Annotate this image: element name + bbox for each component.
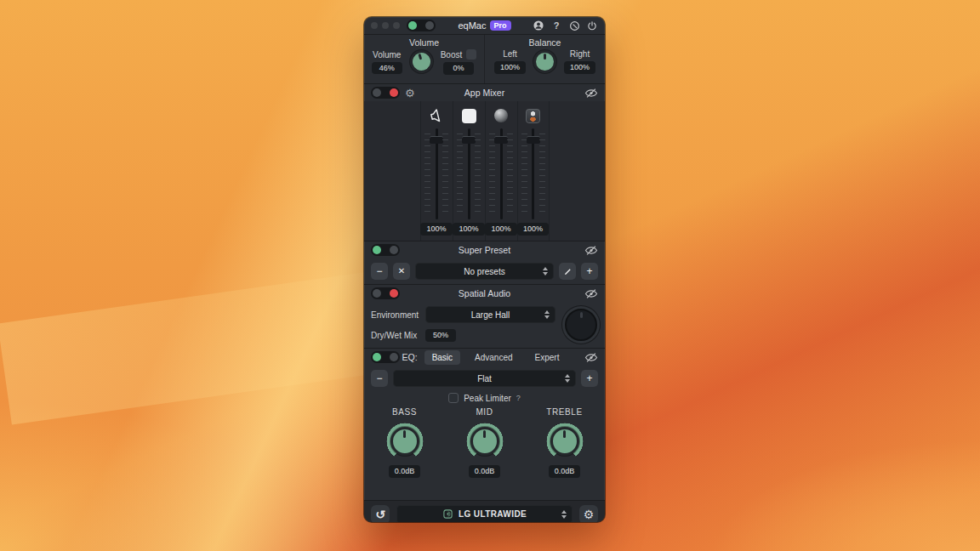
close-window-button[interactable]	[371, 22, 378, 29]
app-title: eqMac	[458, 20, 486, 31]
app-mixer-settings-button[interactable]: ⚙	[405, 88, 415, 99]
settings-button[interactable]: ⚙	[579, 505, 598, 523]
stepper-icon	[565, 374, 570, 383]
bass-knob[interactable]	[386, 423, 424, 460]
balance-knob[interactable]	[533, 50, 556, 73]
app-mixer-toggle[interactable]	[371, 87, 400, 99]
mixer-channel-system: 100%	[420, 101, 453, 241]
eye-slash-icon	[584, 352, 598, 363]
eq-label: EQ:	[402, 352, 418, 362]
mid-knob[interactable]	[466, 423, 504, 460]
channel-slider[interactable]	[521, 128, 546, 219]
mixer-channel-app4: 100%	[517, 101, 550, 241]
preset-dropdown[interactable]: No presets	[415, 263, 554, 280]
app-mixer-header: ⚙ App Mixer	[364, 83, 605, 101]
preset-edit-button[interactable]	[559, 263, 576, 280]
zoom-window-button[interactable]	[393, 22, 400, 29]
tools-icon	[569, 20, 580, 31]
knob-dial[interactable]	[470, 427, 499, 456]
toggle-off-dot	[390, 246, 398, 254]
slider-handle[interactable]	[527, 136, 540, 144]
preset-add-button[interactable]: +	[581, 263, 598, 280]
environment-dropdown[interactable]: Large Hall	[425, 306, 556, 323]
preset-clear-button[interactable]: ✕	[393, 263, 410, 280]
eq-tabs: EQ: Basic Advanced Expert	[364, 350, 605, 365]
peak-limiter-checkbox[interactable]	[448, 393, 459, 403]
device-icon	[442, 508, 453, 520]
treble-knob[interactable]	[546, 423, 584, 460]
volume-panel: Volume Volume 46% Boost 0%	[364, 35, 485, 83]
account-button[interactable]	[533, 20, 544, 31]
peak-limiter-row: Peak Limiter ?	[364, 393, 605, 403]
app-mixer-hide-button[interactable]	[584, 88, 598, 99]
channel-slider[interactable]	[456, 128, 481, 219]
boost-label: Boost	[441, 50, 463, 60]
channel-slider[interactable]	[424, 128, 449, 219]
preset-remove-button[interactable]: −	[371, 263, 388, 280]
toggle-off-dot	[425, 21, 434, 30]
volume-label: Volume	[373, 50, 401, 60]
eq-preset-dropdown[interactable]: Flat	[393, 370, 576, 387]
slider-handle[interactable]	[494, 136, 508, 144]
help-button[interactable]: ?	[550, 20, 562, 31]
boost-checkbox[interactable]	[466, 49, 476, 60]
knob-dial[interactable]	[390, 427, 419, 456]
channel-value: 100%	[485, 223, 516, 236]
power-button[interactable]	[586, 20, 598, 31]
balance-right-label: Right	[570, 49, 590, 59]
minimize-window-button[interactable]	[382, 22, 389, 29]
channel-value: 100%	[517, 223, 549, 236]
balance-right-value: 100%	[564, 61, 595, 74]
eq-hide-button[interactable]	[584, 352, 598, 363]
tools-button[interactable]	[568, 20, 580, 31]
dry-wet-value: 50%	[425, 329, 456, 342]
eq-preset-remove-button[interactable]: −	[371, 370, 388, 387]
toggle-red-dot	[390, 289, 398, 298]
eq-toggle[interactable]	[371, 351, 400, 363]
spatial-audio-header: Spatial Audio	[364, 284, 605, 302]
eye-slash-icon	[584, 245, 598, 256]
power-icon	[587, 20, 597, 31]
spatial-audio-toggle[interactable]	[371, 287, 400, 299]
spatial-audio-hide-button[interactable]	[584, 288, 598, 299]
volume-value: 46%	[372, 62, 402, 75]
tab-expert[interactable]: Expert	[527, 350, 567, 365]
app-mixer-body: 100% 100% 100% 100%	[364, 101, 605, 241]
balance-left-label: Left	[503, 49, 517, 59]
spatial-knob[interactable]	[565, 309, 597, 341]
titlebar-icons: ?	[533, 20, 598, 31]
band-mid-value: 0.0dB	[469, 465, 501, 478]
close-icon: ✕	[398, 267, 405, 276]
super-preset-hide-button[interactable]	[584, 245, 598, 256]
slider-handle[interactable]	[430, 136, 443, 144]
eq-preset-value: Flat	[477, 374, 492, 383]
eye-slash-icon	[584, 88, 598, 99]
output-device-dropdown[interactable]: LG ULTRAWIDE	[396, 505, 573, 523]
toggle-off-dot	[373, 289, 381, 298]
volume-balance-section: Volume Volume 46% Boost 0% Balance	[364, 34, 605, 83]
mixer-channel-app3: 100%	[485, 101, 517, 241]
reset-icon: ↺	[375, 508, 385, 520]
dry-wet-label: Dry/Wet Mix	[371, 331, 425, 340]
channel-slider[interactable]	[488, 128, 514, 219]
eq-preset-add-button[interactable]: +	[581, 370, 598, 387]
reset-button[interactable]: ↺	[371, 505, 390, 523]
user-icon	[533, 20, 544, 31]
band-bass-label: BASS	[392, 407, 417, 417]
tab-advanced[interactable]: Advanced	[467, 350, 520, 365]
gear-icon: ⚙	[584, 508, 595, 520]
tab-basic[interactable]: Basic	[424, 350, 460, 365]
titlebar: eqMacPro ?	[364, 17, 605, 34]
global-enable-toggle[interactable]	[407, 20, 436, 31]
knob-dial[interactable]	[550, 427, 579, 456]
slider-handle[interactable]	[462, 136, 476, 144]
preset-dropdown-value: No presets	[464, 267, 504, 276]
toggle-red-dot	[390, 88, 398, 97]
boost-control: Boost 0%	[441, 49, 477, 75]
volume-knob[interactable]	[407, 48, 436, 76]
pro-badge: Pro	[490, 20, 511, 31]
super-preset-toggle[interactable]	[371, 244, 400, 256]
toggle-off-dot	[390, 353, 398, 361]
band-bass-value: 0.0dB	[389, 465, 421, 478]
peak-limiter-help-icon[interactable]: ?	[516, 394, 521, 402]
